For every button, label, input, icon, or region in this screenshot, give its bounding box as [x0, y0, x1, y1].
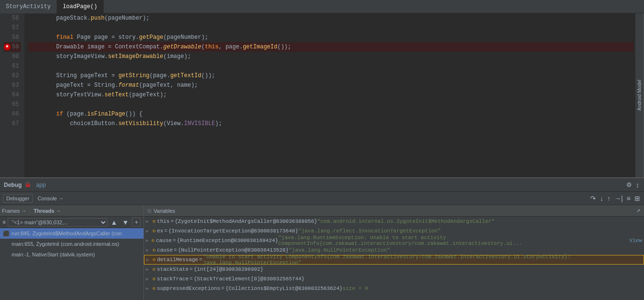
- code-line-64: storyTextView.setText(pageText);: [28, 90, 633, 100]
- code-line-56: pageStack.push(pageNumber);: [28, 13, 633, 23]
- add-thread-btn[interactable]: +: [132, 218, 141, 227]
- var-row-cause-null[interactable]: ▶ ⊙ cause = {NullPointerException@830036…: [144, 245, 644, 255]
- code-line-66: if (page.isFinalPage()) {: [28, 109, 633, 119]
- evaluate-btn[interactable]: ≡: [626, 194, 632, 203]
- debug-right-panel: ▦ Variables ↗ ▶ ⊙ this = {ZygoteInit$Met…: [144, 205, 644, 300]
- var-row-suppressed[interactable]: ▶ ⊙ suppressedExceptions = {Collections$…: [144, 284, 644, 293]
- code-line-65: [28, 100, 633, 109]
- thread-item-2[interactable]: main:-1, NativeStart (dalvik.system): [0, 249, 143, 260]
- thread-dropdown[interactable]: "<1> main"@830,032,...: [8, 218, 107, 227]
- variables-header: ▦ Variables ↗: [144, 205, 644, 217]
- step-out-btn[interactable]: ↑: [606, 194, 611, 203]
- debug-app-label: app: [36, 182, 46, 188]
- thread-up-btn[interactable]: ▲: [109, 218, 119, 227]
- thread-item-0[interactable]: ⬛ run:845, ZygoteInit$MethodAndArgsCalle…: [0, 228, 143, 239]
- tab-bar: StoryActivity loadPage(): [0, 0, 644, 13]
- step-into-btn[interactable]: ↓: [599, 194, 604, 203]
- code-content: pageStack.push(pageNumber); final Page p…: [24, 13, 637, 177]
- debugger-tab[interactable]: Debugger: [3, 194, 33, 203]
- code-line-63: pageText = String.format(pageText, name)…: [28, 81, 633, 90]
- error-icon: ✖: [4, 44, 11, 50]
- step-over-btn[interactable]: ↷: [589, 194, 597, 203]
- debugger-toolbar: Debugger Console → ↷ ↓ ↑ →| ≡ ⊞: [0, 192, 644, 205]
- thread-icon: ⚙: [3, 219, 6, 225]
- debug-panel: Debug 🐞 app ⚙ ↕ Debugger Console → ↷ ↓ ↑…: [0, 177, 644, 300]
- var-row-ex[interactable]: ▶ ⊙ ex = {InvocationTargetException@8300…: [144, 226, 644, 236]
- var-row-stack-state[interactable]: ▶ ⊙ stackState = {int[24]@830038286992}: [144, 265, 644, 274]
- view-link[interactable]: View: [630, 238, 642, 243]
- debug-toolbar: ⚙ ↕: [625, 180, 640, 190]
- line-numbers: 56 57 58 ✖59 60 61 62 63 64 65 66 67: [0, 13, 24, 177]
- restore-layout-button[interactable]: ↕: [635, 180, 640, 190]
- frames-label: Frames →: [2, 208, 26, 214]
- code-line-59: Drawable image = ContextCompat.getDrawab…: [28, 42, 633, 52]
- tab-story-activity[interactable]: StoryActivity: [0, 0, 57, 13]
- debug-body: Frames → | Threads → ⚙ "<1> main"@830,03…: [0, 205, 644, 300]
- debug-left-panel: Frames → | Threads → ⚙ "<1> main"@830,03…: [0, 205, 144, 300]
- threads-label: Threads →: [34, 208, 61, 214]
- tab-load-page[interactable]: loadPage(): [57, 0, 104, 13]
- code-line-61: [28, 61, 633, 71]
- var-row-detail-message[interactable]: ▶ ⊙ detailMessage = "Unable to start act…: [144, 255, 644, 265]
- var-row-this[interactable]: ▶ ⊙ this = {ZygoteInit$MethodAndArgsCall…: [144, 217, 644, 226]
- settings-button[interactable]: ⚙: [625, 180, 633, 189]
- var-panel-icon: ▦: [147, 208, 152, 214]
- variables-panel: ▶ ⊙ this = {ZygoteInit$MethodAndArgsCall…: [144, 217, 644, 300]
- debug-header: Debug 🐞 app ⚙ ↕: [0, 178, 644, 192]
- code-editor: 56 57 58 ✖59 60 61 62 63 64 65 66 67 pag…: [0, 13, 644, 177]
- debug-app: 🐞: [24, 182, 31, 188]
- var-row-stack-trace[interactable]: ▶ ⊙ stackTrace = {StackTraceElement[0]@8…: [144, 274, 644, 284]
- variables-label: Variables: [154, 208, 175, 214]
- run-to-cursor-btn[interactable]: →|: [613, 194, 624, 203]
- thread-error-icon: ⬛: [3, 231, 10, 237]
- console-tab[interactable]: Console →: [35, 195, 66, 202]
- code-line-67: choice1Button.setVisibility(View.INVISIB…: [28, 119, 633, 128]
- thread-list: ⬛ run:845, ZygoteInit$MethodAndArgsCalle…: [0, 228, 143, 300]
- code-line-62: String pageText = getString(page.getText…: [28, 71, 633, 81]
- android-model-label[interactable]: Android Model: [635, 13, 644, 177]
- frames-threads-header: Frames → | Threads →: [0, 205, 143, 217]
- var-expand-all-btn[interactable]: ↗: [635, 207, 641, 214]
- code-line-58: final Page page = story.getPage(pageNumb…: [28, 33, 633, 42]
- debug-title: Debug: [4, 182, 22, 188]
- thread-down-btn[interactable]: ▼: [121, 218, 131, 227]
- thread-selector: ⚙ "<1> main"@830,032,... ▲ ▼ +: [0, 217, 143, 228]
- code-line-60: storyImageView.setImageDrawable(image);: [28, 52, 633, 61]
- code-line-57: [28, 23, 633, 33]
- thread-item-1[interactable]: main:655, ZygoteInit (com.android.intern…: [0, 239, 143, 249]
- trace-btn[interactable]: ⊞: [633, 194, 641, 203]
- var-row-cause-runtime[interactable]: ▶ ⊙ cause = {RuntimeException@8300038169…: [144, 236, 644, 245]
